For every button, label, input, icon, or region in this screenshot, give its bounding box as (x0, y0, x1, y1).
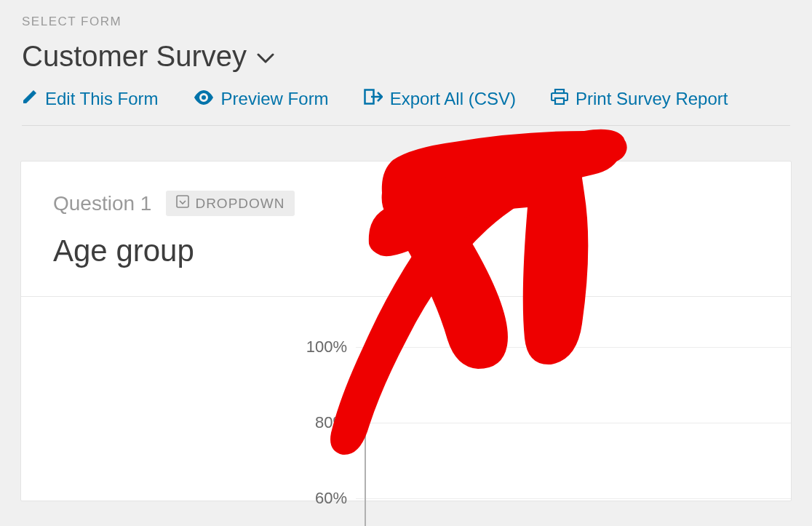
action-label: Preview Form (221, 89, 329, 109)
action-label: Print Survey Report (576, 89, 728, 109)
preview-form-button[interactable]: Preview Form (194, 89, 329, 109)
gridline (356, 423, 791, 423)
select-form-label: SELECT FORM (22, 15, 790, 29)
print-report-button[interactable]: Print Survey Report (551, 89, 728, 109)
svg-rect-5 (177, 196, 188, 207)
export-csv-button[interactable]: Export All (CSV) (364, 89, 516, 109)
svg-point-0 (202, 95, 206, 100)
svg-rect-4 (555, 98, 564, 104)
eye-icon (194, 89, 214, 109)
form-title: Customer Survey (22, 40, 247, 73)
actions-bar: Edit This Form Preview Form Export All (… (22, 89, 790, 126)
y-tick-label: 80% (21, 413, 356, 432)
printer-icon (551, 89, 568, 109)
question-title: Age group (21, 216, 791, 297)
y-tick-label: 60% (21, 489, 356, 508)
dropdown-field-icon (176, 195, 189, 212)
pencil-icon (22, 89, 38, 109)
badge-label: DROPDOWN (195, 196, 284, 212)
question-card: Question 1 DROPDOWN Age group 100% 80% 6… (20, 161, 792, 501)
y-axis-line (365, 344, 366, 526)
y-tick-label: 100% (21, 338, 356, 356)
field-type-badge: DROPDOWN (166, 191, 295, 216)
gridline (356, 498, 791, 499)
question-number-label: Question 1 (53, 192, 151, 215)
chart-area: 100% 80% 60% (21, 297, 791, 501)
gridline (356, 347, 791, 348)
action-label: Export All (CSV) (390, 89, 516, 109)
edit-form-button[interactable]: Edit This Form (22, 89, 159, 109)
export-icon (364, 89, 383, 109)
chevron-down-icon (257, 53, 274, 66)
action-label: Edit This Form (45, 89, 159, 109)
form-selector-dropdown[interactable]: Customer Survey (22, 40, 790, 73)
